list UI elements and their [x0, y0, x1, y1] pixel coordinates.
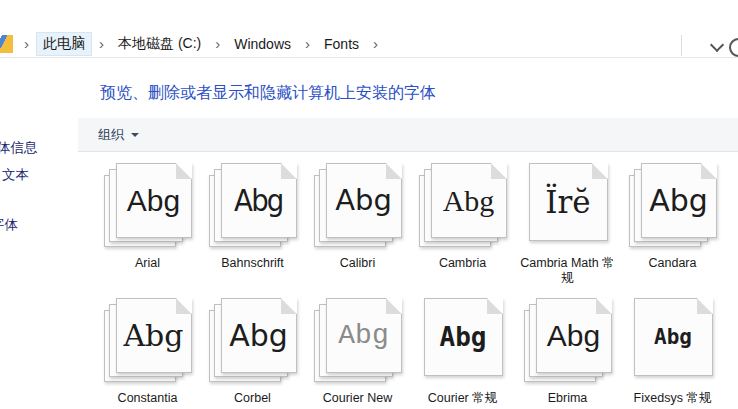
sidebar-link-cleartype-text[interactable]: 文本 [2, 166, 29, 184]
breadcrumb-separator-icon[interactable]: › [215, 36, 220, 51]
font-tile-fixedsys[interactable]: Abg Fixedsys 常规 [620, 298, 725, 409]
breadcrumb-separator-icon[interactable]: › [99, 36, 104, 51]
font-stack-icon: Abg [313, 163, 403, 250]
font-stack-icon: Abg [208, 163, 298, 250]
font-tile-cambria[interactable]: Abg Cambria [410, 163, 515, 298]
address-bar-border [0, 57, 738, 58]
font-preview-text: Abg [547, 321, 600, 351]
breadcrumb-item-this-pc[interactable]: 此电脑 [36, 32, 92, 56]
font-grid: Abg Arial Abg Bahnschrift Abg Calibri Ab… [95, 163, 725, 409]
font-tile-corbel[interactable]: Abg Corbel [200, 298, 305, 409]
font-tile-constantia[interactable]: Abg Constantia [95, 298, 200, 409]
font-stack-icon: Abg [418, 163, 508, 250]
breadcrumb-item-windows[interactable]: Windows [227, 33, 298, 55]
font-preview-text: Abg [229, 321, 288, 351]
font-stack-icon: Abg [628, 163, 718, 250]
font-label: Bahnschrift [221, 256, 284, 271]
breadcrumb-item-local-disk-c[interactable]: 本地磁盘 (C:) [111, 32, 208, 56]
font-label: Constantia [118, 391, 178, 406]
font-tile-calibri[interactable]: Abg Calibri [305, 163, 410, 298]
font-preview-text: Abg [127, 186, 180, 216]
font-preview-text: Abg [123, 321, 183, 351]
font-preview-text: Abg [440, 324, 487, 350]
font-label: Arial [135, 256, 160, 271]
font-stack-icon: Abg [103, 298, 193, 385]
font-label: Calibri [340, 256, 375, 271]
font-preview-text: Abg [654, 327, 692, 348]
breadcrumb-item-fonts[interactable]: Fonts [317, 33, 366, 55]
toolbar: 组织 [78, 118, 738, 152]
font-tile-bahnschrift[interactable]: Abg Bahnschrift [200, 163, 305, 298]
font-tile-arial[interactable]: Abg Arial [95, 163, 200, 298]
font-single-page-icon: Ïrĕ [523, 163, 613, 250]
font-stack-icon: Abg [523, 298, 613, 385]
font-label: Cambria [439, 256, 486, 271]
font-label: Ebrima [548, 391, 588, 406]
font-label: Candara [649, 256, 697, 271]
address-bar-divider [681, 35, 682, 56]
font-preview-text: Abg [234, 186, 282, 216]
font-tile-cambria-math[interactable]: Ïrĕ Cambria Math 常规 [515, 163, 620, 298]
font-label: Courier New [323, 391, 392, 406]
font-preview-text: Abg [649, 186, 708, 216]
breadcrumb-separator-icon[interactable]: › [373, 36, 378, 51]
font-preview-text: Abg [335, 186, 392, 215]
font-stack-icon: Abg [313, 298, 403, 385]
font-label: Fixedsys 常规 [634, 391, 712, 406]
sidebar-link-download-fonts[interactable]: 字体 [0, 216, 18, 234]
font-single-page-icon: Abg [628, 298, 718, 385]
page-title: 预览、删除或者显示和隐藏计算机上安装的字体 [100, 83, 436, 104]
font-stack-icon: Abg [103, 163, 193, 250]
font-stack-icon: Abg [208, 298, 298, 385]
font-tile-candara[interactable]: Abg Candara [620, 163, 725, 298]
breadcrumb-separator-icon: › [24, 36, 29, 51]
breadcrumb-separator-icon[interactable]: › [305, 36, 310, 51]
sidebar-link-font-information[interactable]: 体信息 [0, 139, 38, 157]
font-label: Cambria Math 常规 [518, 256, 618, 286]
organize-label: 组织 [98, 126, 124, 144]
font-label: Corbel [234, 391, 271, 406]
font-preview-text: Ïrĕ [545, 187, 590, 218]
font-single-page-icon: Abg [418, 298, 508, 385]
fonts-folder-icon [0, 35, 13, 53]
chevron-down-icon [131, 133, 139, 137]
font-tile-ebrima[interactable]: Abg Ebrima [515, 298, 620, 409]
font-preview-text: Abg [443, 186, 495, 216]
font-tile-courier[interactable]: Abg Courier 常规 [410, 298, 515, 409]
font-label: Courier 常规 [428, 391, 497, 406]
font-preview-text: Abg [338, 322, 388, 350]
address-bar[interactable]: › 此电脑 › 本地磁盘 (C:) › Windows › Fonts › [0, 30, 738, 57]
font-tile-courier-new[interactable]: Abg Courier New [305, 298, 410, 409]
organize-button[interactable]: 组织 [98, 126, 139, 144]
